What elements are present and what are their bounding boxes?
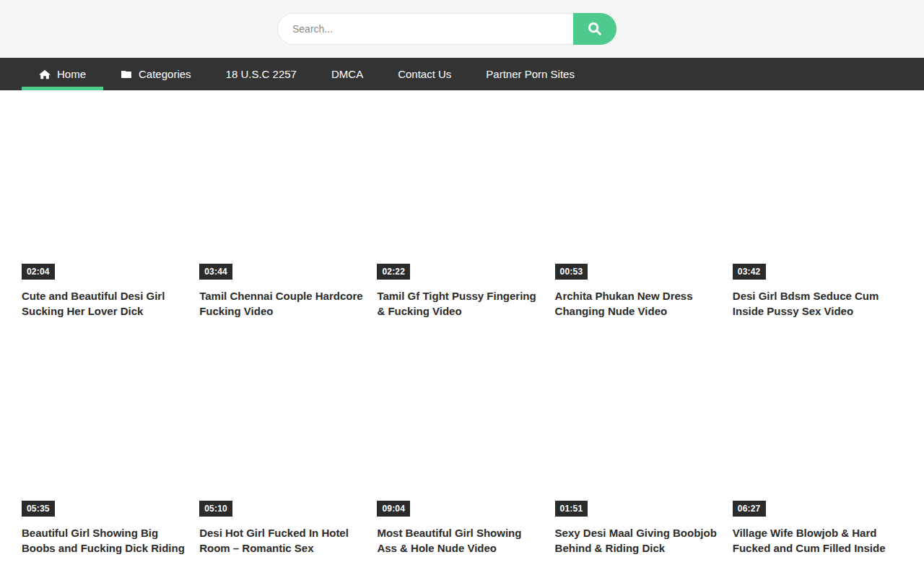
video-card[interactable]: 05:10 Desi Hot Girl Fucked In Hotel Room… (199, 342, 365, 556)
video-title[interactable]: Tamil Chennai Couple Hardcore Fucking Vi… (199, 288, 365, 319)
nav-item-categories[interactable]: Categories (103, 58, 209, 90)
video-title[interactable]: Cute and Beautiful Desi Girl Sucking Her… (22, 288, 188, 319)
video-card[interactable]: 00:53 Archita Phukan New Dress Changing … (555, 105, 721, 319)
video-card[interactable]: 03:44 Tamil Chennai Couple Hardcore Fuck… (199, 105, 365, 319)
search-button[interactable] (573, 13, 616, 45)
duration-badge: 09:04 (377, 501, 410, 517)
video-title[interactable]: Sexy Desi Maal Giving Boobjob Behind & R… (555, 525, 721, 556)
nav-item-contact-us[interactable]: Contact Us (380, 58, 468, 90)
duration-badge: 06:27 (733, 501, 766, 517)
search-input[interactable] (277, 13, 616, 45)
video-title[interactable]: Village Wife Blowjob & Hard Fucked and C… (733, 525, 899, 556)
nav-item-label: Home (57, 58, 86, 90)
video-thumbnail[interactable]: 06:27 (733, 342, 899, 519)
nav-item-label: Contact Us (398, 58, 451, 90)
video-thumbnail[interactable]: 02:04 (22, 105, 188, 282)
video-card[interactable]: 01:51 Sexy Desi Maal Giving Boobjob Behi… (555, 342, 721, 556)
duration-badge: 00:53 (555, 264, 588, 280)
nav-item-home[interactable]: Home (22, 58, 103, 90)
nav-item-label: 18 U.S.C 2257 (226, 58, 297, 90)
video-title[interactable]: Tamil Gf Tight Pussy Fingering & Fucking… (377, 288, 543, 319)
video-title[interactable]: Beautiful Girl Showing Big Boobs and Fuc… (22, 525, 188, 556)
nav-item-dmca[interactable]: DMCA (314, 58, 380, 90)
video-title[interactable]: Most Beautiful Girl Showing Ass & Hole N… (377, 525, 543, 556)
folder-icon (121, 69, 132, 80)
search-form (277, 13, 616, 45)
video-thumbnail[interactable]: 09:04 (377, 342, 543, 519)
video-card[interactable]: 02:04 Cute and Beautiful Desi Girl Sucki… (22, 105, 188, 319)
duration-badge: 03:44 (199, 264, 232, 280)
video-thumbnail[interactable]: 01:51 (555, 342, 721, 519)
video-card[interactable]: 06:27 Village Wife Blowjob & Hard Fucked… (733, 342, 899, 556)
video-card[interactable]: 02:22 Tamil Gf Tight Pussy Fingering & F… (377, 105, 543, 319)
video-grid: 02:04 Cute and Beautiful Desi Girl Sucki… (0, 90, 924, 556)
duration-badge: 01:51 (555, 501, 588, 517)
duration-badge: 02:04 (22, 264, 55, 280)
main-nav: Home Categories 18 U.S.C 2257 DMCA Conta… (0, 58, 924, 90)
duration-badge: 03:42 (733, 264, 766, 280)
nav-item-partner-sites[interactable]: Partner Porn Sites (468, 58, 592, 90)
video-thumbnail[interactable]: 00:53 (555, 105, 721, 282)
video-title[interactable]: Desi Girl Bdsm Seduce Cum Inside Pussy S… (733, 288, 899, 319)
nav-item-label: DMCA (331, 58, 363, 90)
video-thumbnail[interactable]: 02:22 (377, 105, 543, 282)
video-thumbnail[interactable]: 03:42 (733, 105, 899, 282)
nav-item-label: Categories (139, 58, 191, 90)
video-thumbnail[interactable]: 05:35 (22, 342, 188, 519)
video-thumbnail[interactable]: 03:44 (199, 105, 365, 282)
duration-badge: 05:10 (199, 501, 232, 517)
video-title[interactable]: Archita Phukan New Dress Changing Nude V… (555, 288, 721, 319)
video-title[interactable]: Desi Hot Girl Fucked In Hotel Room – Rom… (199, 525, 365, 556)
nav-item-label: Partner Porn Sites (486, 58, 575, 90)
home-icon (39, 69, 51, 80)
duration-badge: 02:22 (377, 264, 410, 280)
nav-item-2257[interactable]: 18 U.S.C 2257 (209, 58, 314, 90)
duration-badge: 05:35 (22, 501, 55, 517)
video-thumbnail[interactable]: 05:10 (199, 342, 365, 519)
top-header (0, 0, 924, 58)
video-card[interactable]: 09:04 Most Beautiful Girl Showing Ass & … (377, 342, 543, 556)
video-card[interactable]: 03:42 Desi Girl Bdsm Seduce Cum Inside P… (733, 105, 899, 319)
video-card[interactable]: 05:35 Beautiful Girl Showing Big Boobs a… (22, 342, 188, 556)
search-icon (587, 21, 603, 37)
